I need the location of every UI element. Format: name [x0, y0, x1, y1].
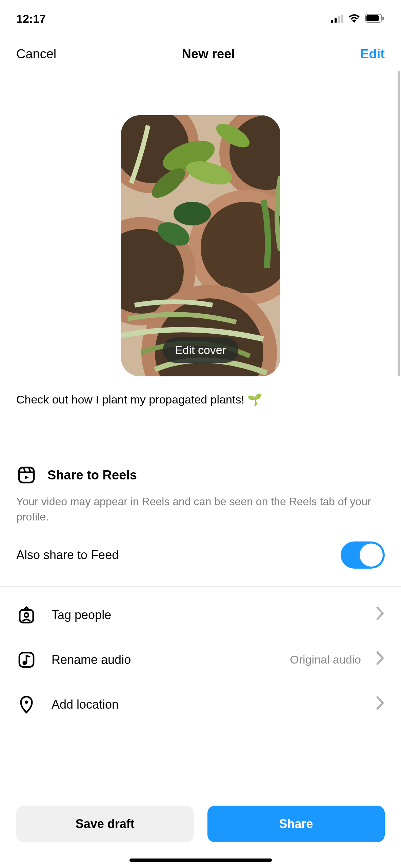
reels-icon [16, 465, 37, 485]
bottom-bar: Save draft Share [0, 789, 401, 859]
wifi-icon [348, 12, 360, 25]
location-pin-icon [16, 694, 37, 715]
rename-audio-row[interactable]: Rename audio Original audio [0, 637, 401, 682]
cancel-button[interactable]: Cancel [16, 47, 56, 61]
save-draft-button[interactable]: Save draft [16, 806, 194, 842]
svg-point-21 [174, 202, 211, 225]
chevron-right-icon [376, 696, 385, 713]
caption-field[interactable]: Check out how I plant my propagated plan… [0, 376, 401, 447]
svg-rect-1 [335, 18, 337, 23]
svg-rect-3 [341, 15, 343, 23]
svg-rect-6 [382, 17, 384, 20]
svg-rect-24 [19, 468, 34, 482]
nav-bar: Cancel New reel Edit [0, 37, 401, 71]
share-to-reels-section: Share to Reels Your video may appear in … [0, 447, 401, 586]
also-share-feed-toggle[interactable] [341, 541, 385, 569]
scrollbar[interactable] [398, 71, 400, 376]
share-to-reels-title: Share to Reels [47, 468, 137, 482]
add-location-row[interactable]: Add location [0, 682, 401, 727]
svg-rect-5 [366, 15, 379, 21]
svg-point-32 [25, 701, 28, 704]
share-to-reels-desc: Your video may appear in Reels and can b… [16, 494, 385, 525]
status-bar: 12:17 [0, 0, 401, 37]
home-indicator[interactable] [129, 859, 272, 862]
svg-point-29 [24, 613, 28, 617]
audio-icon [16, 650, 37, 670]
audio-value: Original audio [290, 653, 361, 666]
tag-people-label: Tag people [52, 608, 361, 622]
edit-cover-button[interactable]: Edit cover [163, 337, 238, 363]
add-location-label: Add location [52, 697, 361, 712]
page-title: New reel [182, 47, 235, 61]
battery-icon [365, 12, 385, 25]
rename-audio-label: Rename audio [52, 653, 275, 667]
chevron-right-icon [376, 651, 385, 668]
main-scroll[interactable]: Edit cover Check out how I plant my prop… [0, 71, 401, 789]
status-right [331, 12, 385, 25]
cover-preview[interactable]: Edit cover [121, 115, 280, 376]
share-button[interactable]: Share [207, 806, 385, 842]
svg-rect-0 [331, 20, 333, 23]
svg-rect-2 [338, 16, 340, 23]
status-time: 12:17 [16, 12, 46, 25]
person-tag-icon [16, 605, 37, 625]
edit-button[interactable]: Edit [360, 47, 385, 61]
also-share-feed-label: Also share to Feed [16, 548, 119, 562]
cellular-icon [331, 12, 343, 25]
chevron-right-icon [376, 607, 385, 623]
options-list: Tag people Rename audio Original audio [0, 586, 401, 733]
tag-people-row[interactable]: Tag people [0, 593, 401, 637]
